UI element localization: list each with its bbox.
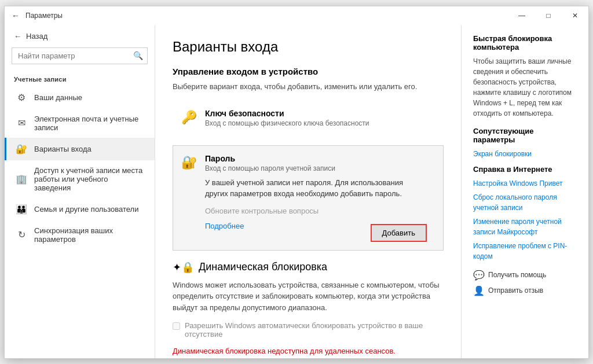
dynamic-lock-section: ✦🔒 Динамическая блокировка Windows может…	[173, 261, 444, 358]
related-params-title: Сопутствующие параметры	[473, 127, 577, 144]
minimize-button[interactable]: —	[508, 6, 535, 25]
title-bar: ← Параметры — □ ✕	[5, 6, 588, 25]
sidebar-search: 🔍	[12, 47, 148, 64]
security-key-title: Ключ безопасности	[205, 109, 435, 118]
quick-lock-title: Быстрая блокировка компьютера	[473, 34, 577, 52]
page-title: Варианты входа	[173, 39, 444, 55]
change-ms-password-link[interactable]: Изменение пароля учетной записи Майкросо…	[473, 216, 577, 237]
sidebar-item-label: Синхронизация ваших параметров	[34, 226, 145, 244]
your-data-icon: ⚙	[16, 92, 27, 103]
get-help-label: Получить помощь	[488, 271, 546, 279]
back-icon[interactable]: ←	[12, 11, 20, 20]
search-input[interactable]	[12, 47, 148, 64]
lock-screen-link[interactable]: Экран блокировки	[473, 149, 577, 159]
sidebar-item-your-data[interactable]: ⚙ Ваши данные	[5, 86, 155, 109]
auto-lock-checkbox-row: Разрешить Windows автоматически блокиров…	[173, 321, 444, 339]
password-icon: 🔐	[181, 155, 197, 170]
password-body: У вашей учетной записи нет пароля. Для и…	[205, 177, 427, 200]
security-key-icon: 🔑	[181, 110, 197, 125]
search-icon: 🔍	[133, 51, 143, 60]
auto-lock-label: Разрешить Windows автоматически блокиров…	[185, 321, 444, 339]
sidebar-item-label: Варианты входа	[34, 145, 91, 153]
window-title: Параметры	[25, 12, 63, 20]
windows-hello-link[interactable]: Настройка Windows Привет	[473, 178, 577, 189]
send-feedback-icon: 👤	[473, 285, 485, 296]
sidebar-item-label: Семья и другие пользователи	[34, 205, 138, 214]
sidebar-item-label: Доступ к учетной записи места работы или…	[34, 166, 145, 192]
security-key-option: 🔑 Ключ безопасности Вход с помощью физич…	[173, 100, 444, 141]
email-icon: ✉	[16, 117, 27, 128]
quick-lock-text: Чтобы защитить ваши личные сведения и об…	[473, 56, 577, 119]
main-content: Варианты входа Управление входом в устро…	[155, 25, 461, 358]
manage-section-desc: Выберите вариант входа, чтобы добавить, …	[173, 82, 444, 91]
pin-issues-link[interactable]: Исправление проблем с PIN-кодом	[473, 241, 577, 262]
password-desc: Вход с помощью пароля учетной записи	[205, 164, 427, 172]
maximize-button[interactable]: □	[535, 6, 562, 25]
get-help-icon: 💬	[473, 270, 485, 281]
sidebar-item-email[interactable]: ✉ Электронная почта и учетные записи	[5, 109, 155, 138]
sidebar-item-label: Ваши данные	[34, 93, 82, 102]
sidebar-item-label: Электронная почта и учетные записи	[34, 115, 145, 132]
sidebar-item-signin[interactable]: 🔐 Варианты входа	[5, 138, 155, 160]
settings-window: ← Параметры — □ ✕ ← Назад 🔍 Учетные запи…	[4, 6, 589, 359]
reset-password-link[interactable]: Сброс локального пароля учетной записи	[473, 192, 577, 213]
send-feedback-label: Отправить отзыв	[488, 286, 543, 295]
close-button[interactable]: ✕	[562, 6, 588, 25]
password-more-link[interactable]: Подробнее	[205, 222, 244, 230]
add-password-button[interactable]: Добавить	[371, 224, 427, 242]
dynamic-lock-warning-link[interactable]: Динамическая блокировка недоступна для у…	[173, 347, 396, 355]
password-option: 🔐 Пароль Вход с помощью пароля учетной з…	[173, 145, 444, 251]
signin-icon: 🔐	[16, 144, 27, 155]
work-icon: 🏢	[16, 174, 27, 185]
sidebar-item-family[interactable]: 👪 Семья и другие пользователи	[5, 198, 155, 220]
dynamic-lock-desc: Windows может использовать устройства, с…	[173, 280, 444, 314]
title-bar-controls: — □ ✕	[508, 6, 588, 25]
get-help-action[interactable]: 💬 Получить помощь	[473, 270, 577, 281]
sidebar-item-work[interactable]: 🏢 Доступ к учетной записи места работы и…	[5, 160, 155, 198]
title-bar-left: ← Параметры	[12, 11, 63, 20]
content-area: ← Назад 🔍 Учетные записи ⚙ Ваши данные ✉…	[5, 25, 588, 358]
security-key-content: Ключ безопасности Вход с помощью физичес…	[205, 109, 435, 132]
sidebar-back-button[interactable]: ← Назад	[5, 25, 155, 47]
auto-lock-checkbox[interactable]	[173, 322, 180, 330]
sidebar-back-label: Назад	[26, 32, 47, 41]
sync-icon: ↻	[16, 229, 27, 240]
password-title: Пароль	[205, 154, 427, 163]
sidebar-section-title: Учетные записи	[5, 71, 155, 86]
right-panel: Быстрая блокировка компьютера Чтобы защи…	[461, 25, 588, 358]
send-feedback-action[interactable]: 👤 Отправить отзыв	[473, 285, 577, 296]
security-key-desc: Вход с помощью физического ключа безопас…	[205, 119, 435, 127]
dynamic-lock-title: ✦🔒 Динамическая блокировка	[173, 261, 444, 274]
back-arrow-icon: ←	[14, 32, 21, 41]
sidebar-item-sync[interactable]: ↻ Синхронизация ваших параметров	[5, 220, 155, 249]
password-content: Пароль Вход с помощью пароля учетной зап…	[205, 154, 427, 242]
manage-section-title: Управление входом в устройство	[173, 67, 444, 76]
sidebar: ← Назад 🔍 Учетные записи ⚙ Ваши данные ✉…	[5, 25, 155, 358]
help-title: Справка в Интернете	[473, 165, 577, 174]
update-questions-link: Обновите контрольные вопросы	[205, 207, 319, 215]
family-icon: 👪	[16, 204, 27, 215]
dynamic-lock-star-icon: ✦🔒	[173, 261, 194, 274]
